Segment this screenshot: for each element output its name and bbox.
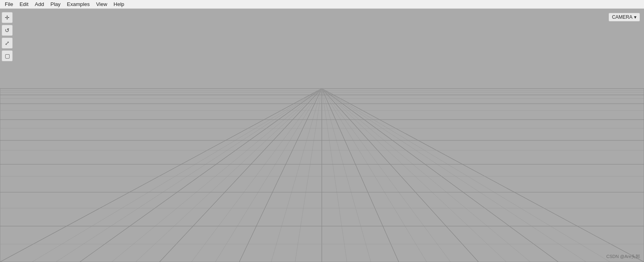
menu-item-add[interactable]: Add (32, 0, 47, 8)
svg-line-12 (32, 89, 322, 262)
toolbar-btn-rotate[interactable]: ↺ (2, 25, 13, 36)
camera-label: CAMERA (612, 14, 632, 20)
menu-bar: FileEditAddPlayExamplesViewHelp (0, 0, 644, 9)
svg-line-16 (191, 89, 322, 262)
toolbar-btn-scale[interactable]: ⤢ (2, 37, 13, 49)
svg-line-4 (80, 89, 322, 262)
svg-line-27 (322, 89, 610, 262)
menu-items: FileEditAddPlayExamplesViewHelp (2, 0, 128, 8)
menu-item-examples[interactable]: Examples (64, 0, 93, 8)
svg-line-20 (322, 89, 347, 262)
svg-line-9 (322, 89, 479, 262)
viewport: .grid-line { stroke: #999; stroke-width:… (0, 9, 644, 262)
svg-line-21 (322, 89, 371, 262)
svg-line-18 (271, 89, 322, 262)
watermark: CSDN @Are头郭 (606, 254, 640, 260)
svg-line-14 (112, 89, 322, 262)
3d-grid: .grid-line { stroke: #999; stroke-width:… (0, 9, 644, 262)
menu-item-edit[interactable]: Edit (16, 0, 32, 8)
svg-line-25 (322, 89, 530, 262)
watermark-text: CSDN @Are头郭 (606, 254, 640, 259)
svg-line-5 (160, 89, 322, 262)
svg-line-23 (322, 89, 451, 262)
toolbar-btn-select[interactable]: ▢ (2, 50, 13, 61)
menu-item-file[interactable]: File (2, 0, 16, 8)
svg-line-3 (0, 89, 322, 262)
svg-line-26 (322, 89, 586, 262)
menu-item-play[interactable]: Play (47, 0, 64, 8)
camera-dropdown[interactable]: CAMERA ▾ (609, 13, 640, 22)
svg-line-6 (239, 89, 322, 262)
svg-line-22 (322, 89, 427, 262)
svg-line-13 (56, 89, 322, 262)
camera-dropdown-arrow: ▾ (634, 14, 636, 20)
menu-item-view[interactable]: View (93, 0, 110, 8)
svg-line-10 (322, 89, 558, 262)
svg-line-17 (215, 89, 322, 262)
svg-line-8 (322, 89, 399, 262)
left-toolbar: ✛↺⤢▢ (0, 9, 14, 262)
menu-item-help[interactable]: Help (110, 0, 128, 8)
svg-line-19 (295, 89, 322, 262)
svg-line-24 (322, 89, 506, 262)
toolbar-btn-move[interactable]: ✛ (2, 12, 13, 23)
svg-line-11 (322, 89, 644, 262)
svg-line-15 (136, 89, 322, 262)
